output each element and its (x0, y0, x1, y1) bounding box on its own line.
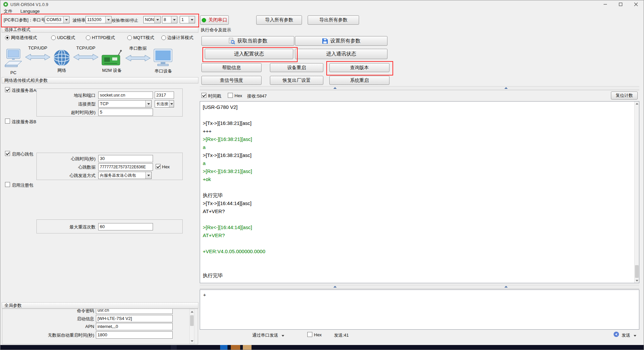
hb-hex-checkbox[interactable] (156, 164, 161, 169)
cmd-pwd-input[interactable]: usr.cn (96, 309, 173, 314)
close-serial-button[interactable]: 关闭串口 (200, 15, 229, 25)
heartbeat-fieldset: 心跳时间(秒) 30 心跳数据 7777772E7573722E636E Hex… (36, 153, 183, 180)
register-checkbox[interactable] (5, 182, 10, 187)
splitter-top[interactable] (200, 86, 639, 90)
work-mode-header: 选择工作模式 (2, 26, 198, 33)
chevron-down-icon (282, 335, 284, 337)
menu-file[interactable]: 文件 (4, 8, 12, 14)
log-line: AT+VER? (203, 207, 632, 215)
m2m-label: M2M 设备 (102, 67, 122, 73)
log-scrollbar[interactable] (634, 102, 639, 283)
send-button[interactable]: 发送 (622, 332, 636, 338)
export-all-params-button[interactable]: 导出所有参数 (308, 15, 359, 25)
serial-open-indicator (202, 18, 206, 22)
enter-comm-state-button[interactable]: 进入通讯状态 (295, 49, 387, 59)
send-input[interactable]: + (200, 290, 639, 330)
taskbar-app-icon[interactable] (171, 345, 177, 350)
server-b-checkbox[interactable] (5, 119, 10, 124)
splitter-bottom[interactable] (200, 285, 639, 289)
radio-udc-mode[interactable]: UDC模式 (51, 35, 75, 41)
set-all-params-button[interactable]: 设置所有参数 (295, 36, 387, 46)
log-line (203, 239, 632, 247)
hb-data-label: 心跳数据 (38, 164, 96, 170)
serial-params-label: [PC串口参数]：串口号 (4, 17, 45, 23)
send-icon (613, 331, 619, 337)
scrollbar-thumb[interactable] (190, 315, 194, 326)
cmd-pwd-label: 命令密码 (7, 309, 94, 314)
no-data-restart-input[interactable]: 1800 (96, 331, 173, 339)
scroll-down-icon (636, 280, 638, 282)
system-restart-button[interactable]: 系统重启 (329, 76, 389, 85)
databits-select[interactable]: 8 (162, 16, 177, 23)
menu-language[interactable]: Language (20, 9, 40, 14)
reconnect-label: 最大重连次数 (38, 224, 96, 230)
query-signal-button[interactable]: 查信号强度 (201, 76, 262, 85)
maximize-button[interactable] (613, 0, 628, 8)
taskbar-app-icon[interactable] (231, 345, 240, 350)
reconnect-fieldset: 最大重连次数 60 (36, 219, 183, 233)
radio-icon (86, 35, 91, 40)
taskbar-app-icon[interactable] (220, 345, 227, 350)
server-a-fieldset: 地址和端口 socket.usr.cn 2317 连接类型 TCP 长连接 超时… (36, 89, 183, 117)
query-version-button[interactable]: 查询版本 (329, 63, 389, 72)
hb-time-input[interactable]: 30 (98, 155, 153, 162)
hb-mode-label: 心跳发送方式 (38, 173, 96, 179)
help-info-button[interactable]: 帮助信息 (201, 63, 262, 72)
radio-net-passthrough-mode[interactable]: 网络透传模式 (5, 35, 37, 41)
baud-select[interactable]: 115200 (86, 16, 112, 23)
parity-select[interactable]: NONE (143, 16, 161, 23)
taskbar (0, 345, 644, 350)
global-params-scrollbar[interactable] (189, 309, 194, 344)
keep-alive-select[interactable]: 长连接 (155, 100, 174, 108)
send-via-serial-select[interactable]: 通过串口发送 (252, 332, 284, 338)
work-mode-options: 网络透传模式 UDC模式 HTTPD模式 MQTT模式 边缘计算模式 (2, 35, 198, 41)
log-line (203, 255, 632, 264)
chevron-down-icon (145, 172, 151, 179)
commands-header: 执行命令及提示 (201, 27, 231, 33)
factory-reset-button[interactable]: 恢复出厂设置 (270, 76, 323, 85)
get-current-params-button[interactable]: 获取当前参数 (201, 36, 294, 46)
splitter-arrow-icon (333, 87, 337, 89)
maximize-icon (619, 2, 623, 6)
send-hex-label: Hex (314, 332, 322, 337)
import-all-params-button[interactable]: 导入所有参数 (256, 15, 302, 25)
enter-config-state-button[interactable]: 进入配置状态 (205, 49, 293, 59)
minimize-button[interactable] (598, 0, 613, 8)
reset-counter-button[interactable]: 复位计数 (611, 92, 638, 100)
stopbits-select[interactable]: 1 (180, 16, 195, 23)
log-output: [USR-G780 V2]>[Tx->][16:38:21][asc]+++>[… (200, 101, 639, 283)
apn-input[interactable]: internet,,,0 (96, 323, 173, 330)
boot-msg-input[interactable]: [WH-LTE-7S4 V2] (96, 315, 173, 322)
hb-mode-select[interactable]: 向服务器发送心跳包 (98, 172, 152, 179)
save-params-icon (322, 38, 328, 44)
timestamp-checkbox[interactable] (201, 93, 206, 98)
server-a-checkbox[interactable] (5, 87, 10, 92)
log-line: >[Rx<-][16:44:14][asc] (203, 223, 632, 231)
radio-httpd-mode[interactable]: HTTPD模式 (86, 35, 115, 41)
hb-data-input[interactable]: 7777772E7573722E636E (98, 163, 153, 171)
log-line: >[Tx->][16:38:21][asc] (203, 151, 632, 159)
radio-edge-compute-mode[interactable]: 边缘计算模式 (161, 35, 193, 41)
scrollbar-thumb[interactable] (635, 265, 639, 278)
heartbeat-checkbox[interactable] (5, 151, 10, 156)
log-line: 执行完毕 (203, 191, 632, 199)
log-hex-checkbox[interactable] (228, 93, 233, 98)
log-line: a (203, 143, 632, 151)
double-arrow-icon (25, 53, 51, 61)
toolbar: [PC串口参数]：串口号 COM53 波特率 115200 校验/数据/停止 N… (0, 14, 644, 26)
send-hex-checkbox[interactable] (307, 332, 312, 337)
scroll-up-icon (191, 311, 193, 313)
device-restart-button[interactable]: 设备重启 (270, 63, 323, 72)
splitter-arrow-icon (504, 286, 508, 288)
timeout-input[interactable]: 5 (98, 109, 153, 116)
com-port-select[interactable]: COM53 (45, 16, 69, 23)
radio-mqtt-mode[interactable]: MQTT模式 (127, 35, 154, 41)
server-address-input[interactable]: socket.usr.cn (98, 92, 153, 99)
heartbeat-label: 启用心跳包 (12, 151, 33, 157)
server-port-input[interactable]: 2317 (155, 92, 174, 99)
serial-device-label: 串口设备 (155, 68, 172, 74)
taskbar-app-icon[interactable] (243, 345, 252, 350)
reconnect-input[interactable]: 60 (98, 223, 153, 230)
conn-type-select[interactable]: TCP (98, 100, 152, 108)
close-button[interactable] (628, 0, 644, 8)
